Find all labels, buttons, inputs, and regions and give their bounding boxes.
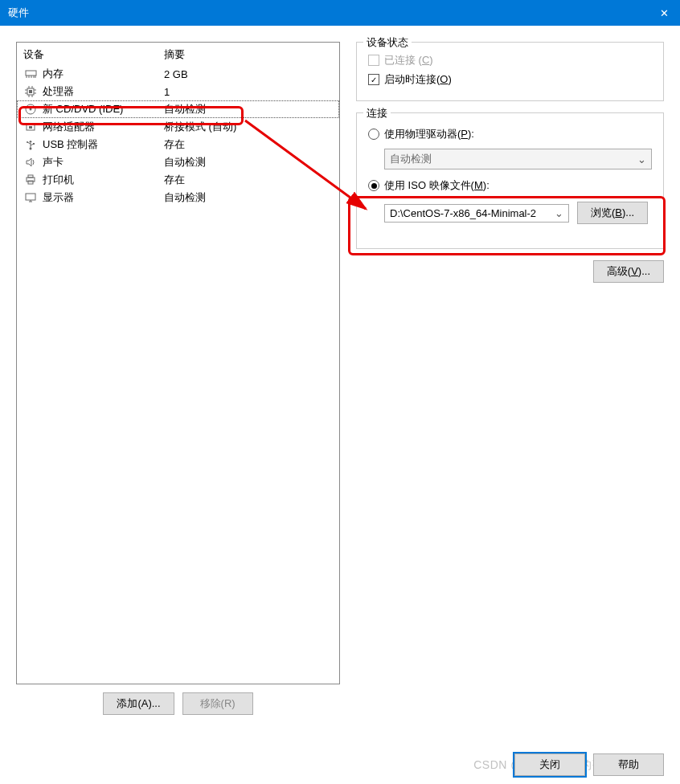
device-row[interactable]: 显示器自动检测 [17, 189, 339, 206]
device-row[interactable]: 内存2 GB [17, 65, 339, 83]
memory-icon [23, 67, 38, 80]
device-summary: 自动检测 [164, 190, 333, 205]
left-pane: 设备 摘要 内存2 GB处理器1新 CD/DVD (IDE)自动检测网络适配器桥… [16, 42, 340, 715]
advanced-button[interactable]: 高级(V)... [593, 260, 664, 283]
device-row[interactable]: 网络适配器桥接模式 (自动) [17, 118, 339, 136]
device-row[interactable]: USB 控制器存在 [17, 136, 339, 153]
usb-icon [23, 138, 38, 151]
svg-rect-19 [29, 126, 32, 129]
use-iso-label: 使用 ISO 映像文件(M): [384, 178, 490, 193]
iso-path-value: D:\CentOS-7-x86_64-Minimal-2 [390, 207, 536, 219]
radio-icon [368, 180, 379, 191]
browse-button[interactable]: 浏览(B)... [577, 202, 648, 224]
device-name: 显示器 [43, 190, 164, 205]
window-title: 硬件 [8, 6, 29, 20]
device-summary: 自动检测 [164, 102, 333, 116]
content-area: 设备 摘要 内存2 GB处理器1新 CD/DVD (IDE)自动检测网络适配器桥… [0, 26, 680, 731]
device-name: 处理器 [43, 84, 164, 99]
device-buttons: 添加(A)... 移除(R) [16, 692, 340, 715]
device-name: 网络适配器 [43, 120, 164, 134]
svg-point-17 [30, 108, 32, 111]
use-physical-label: 使用物理驱动器(P): [384, 127, 474, 141]
device-name: 内存 [43, 67, 164, 81]
chevron-down-icon: ⌄ [555, 207, 563, 219]
connected-label: 已连接 (C) [384, 53, 433, 67]
sound-icon [23, 156, 38, 169]
device-list[interactable]: 设备 摘要 内存2 GB处理器1新 CD/DVD (IDE)自动检测网络适配器桥… [16, 42, 340, 684]
use-iso-row[interactable]: 使用 ISO 映像文件(M): [368, 176, 652, 195]
header-summary: 摘要 [164, 47, 333, 62]
svg-rect-29 [26, 194, 35, 200]
svg-rect-25 [33, 143, 35, 145]
device-row[interactable]: 新 CD/DVD (IDE)自动检测 [17, 100, 339, 118]
device-row[interactable]: 打印机存在 [17, 171, 339, 189]
device-summary: 自动检测 [164, 155, 333, 169]
display-icon [23, 191, 38, 204]
svg-point-24 [27, 141, 28, 143]
physical-drive-dropdown[interactable]: 自动检测 ⌄ [384, 149, 652, 169]
device-summary: 1 [164, 86, 333, 98]
connection-legend: 连接 [363, 106, 391, 120]
radio-icon [368, 129, 379, 140]
chevron-down-icon: ⌄ [637, 153, 646, 165]
help-button[interactable]: 帮助 [593, 753, 664, 776]
connect-at-power-label: 启动时连接(O) [384, 72, 452, 87]
svg-rect-7 [29, 90, 32, 93]
cpu-icon [23, 85, 38, 98]
physical-drive-value: 自动检测 [390, 152, 432, 166]
device-summary: 存在 [164, 137, 333, 152]
device-row[interactable]: 处理器1 [17, 83, 339, 100]
add-button[interactable]: 添加(A)... [103, 692, 174, 715]
net-icon [23, 120, 38, 133]
titlebar: 硬件 ✕ [0, 0, 680, 26]
use-physical-row[interactable]: 使用物理驱动器(P): [368, 125, 652, 144]
header-device: 设备 [23, 47, 164, 62]
device-name: 打印机 [43, 173, 164, 187]
connect-at-power-row[interactable]: ✓ 启动时连接(O) [368, 70, 652, 89]
device-status-group: 设备状态 已连接 (C) ✓ 启动时连接(O) [356, 42, 664, 101]
bottom-bar: 关闭 帮助 [514, 753, 664, 776]
device-summary: 2 GB [164, 68, 333, 80]
close-icon[interactable]: ✕ [648, 0, 680, 26]
device-list-header: 设备 摘要 [17, 43, 339, 65]
device-name: 声卡 [43, 155, 164, 169]
remove-button[interactable]: 移除(R) [182, 692, 253, 715]
checkbox-icon [368, 55, 379, 66]
device-status-legend: 设备状态 [363, 35, 412, 50]
iso-path-dropdown[interactable]: D:\CentOS-7-x86_64-Minimal-2 ⌄ [384, 204, 569, 223]
svg-rect-0 [26, 71, 36, 76]
disc-icon [23, 103, 38, 116]
advanced-row: 高级(V)... [356, 260, 664, 283]
device-summary: 桥接模式 (自动) [164, 120, 333, 134]
connection-group: 连接 使用物理驱动器(P): 自动检测 ⌄ [356, 112, 664, 249]
right-pane: 设备状态 已连接 (C) ✓ 启动时连接(O) 连接 使用物理驱动器(P): [348, 42, 664, 715]
device-row[interactable]: 声卡自动检测 [17, 153, 339, 171]
device-name: 新 CD/DVD (IDE) [43, 102, 164, 116]
close-button[interactable]: 关闭 [514, 753, 585, 776]
printer-icon [23, 174, 38, 186]
device-summary: 存在 [164, 173, 333, 187]
device-name: USB 控制器 [43, 137, 164, 152]
checkbox-icon: ✓ [368, 74, 379, 85]
connected-row[interactable]: 已连接 (C) [368, 51, 652, 70]
